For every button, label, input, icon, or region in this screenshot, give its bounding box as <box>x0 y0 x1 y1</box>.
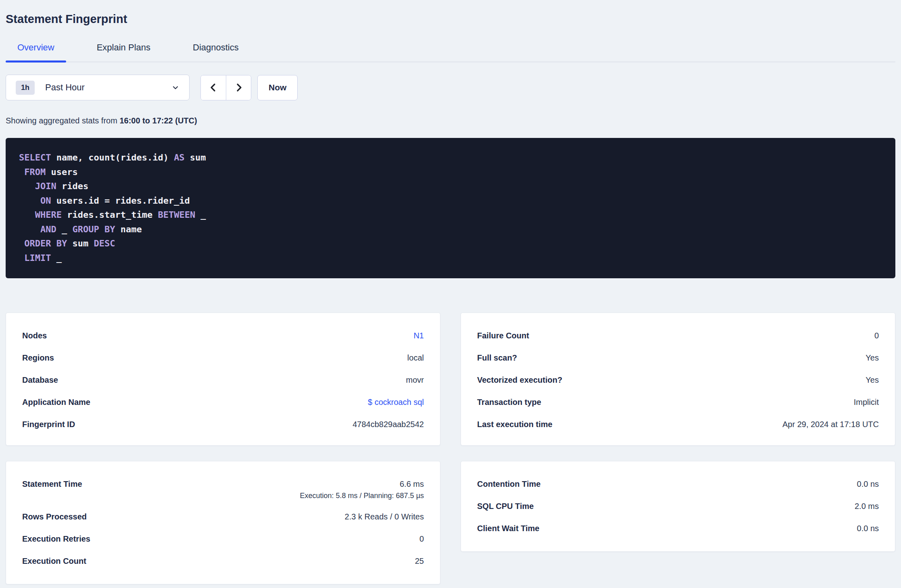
rows-processed-value: 2.3 k Reads / 0 Writes <box>345 512 424 521</box>
rows-processed-label: Rows Processed <box>22 512 87 521</box>
failure-count-label: Failure Count <box>477 331 529 340</box>
aggregated-stats-note-range: 16:00 to 17:22 (UTC) <box>119 116 197 125</box>
contention-time-value: 0.0 ns <box>857 480 879 488</box>
tab-bar: Overview Explain Plans Diagnostics <box>6 43 895 63</box>
sql-line: FROM users <box>19 165 882 179</box>
sql-line: SELECT name, count(rides.id) AS sum <box>19 150 882 165</box>
statement-time-breakdown: Execution: 5.8 ms / Planning: 687.5 µs <box>300 492 424 500</box>
wait-timing-card: Contention Time 0.0 ns SQL CPU Time 2.0 … <box>461 461 895 552</box>
statement-fingerprint-page: Statement Fingerprint Overview Explain P… <box>0 11 901 584</box>
aggregated-stats-note-prefix: Showing aggregated stats from <box>6 116 119 125</box>
full-scan-value: Yes <box>866 353 879 362</box>
timing-cards-row: Statement Time 6.6 ms Execution: 5.8 ms … <box>6 461 895 584</box>
tab-explain-plans[interactable]: Explain Plans <box>85 43 162 61</box>
sql-line: JOIN rides <box>19 179 882 194</box>
last-execution-time-value: Apr 29, 2024 at 17:18 UTC <box>782 420 879 429</box>
detail-row-contention-time: Contention Time 0.0 ns <box>477 480 879 488</box>
time-range-label: Past Hour <box>45 82 85 93</box>
failure-count-value: 0 <box>874 331 879 340</box>
detail-row-last-execution-time: Last execution time Apr 29, 2024 at 17:1… <box>477 420 879 429</box>
execution-retries-value: 0 <box>419 534 424 543</box>
time-interval-badge: 1h <box>16 81 35 95</box>
detail-row-statement-time: Statement Time 6.6 ms Execution: 5.8 ms … <box>22 480 424 500</box>
nodes-link[interactable]: N1 <box>413 331 424 340</box>
client-wait-time-value: 0.0 ns <box>857 524 879 533</box>
statement-time-value: 6.6 ms Execution: 5.8 ms / Planning: 687… <box>300 480 424 500</box>
detail-row-failure-count: Failure Count 0 <box>477 331 879 340</box>
aggregated-stats-note: Showing aggregated stats from 16:00 to 1… <box>6 116 895 125</box>
database-value: movr <box>406 375 424 384</box>
next-time-button[interactable] <box>226 75 251 100</box>
time-controls: 1h Past Hour Now <box>6 75 895 100</box>
detail-row-sql-cpu-time: SQL CPU Time 2.0 ms <box>477 502 879 511</box>
statement-time-label: Statement Time <box>22 480 82 488</box>
detail-row-rows-processed: Rows Processed 2.3 k Reads / 0 Writes <box>22 512 424 521</box>
detail-row-regions: Regions local <box>22 353 424 362</box>
contention-time-label: Contention Time <box>477 480 540 488</box>
database-label: Database <box>22 375 58 384</box>
fingerprint-id-value: 4784cb829aab2542 <box>352 420 424 429</box>
detail-row-execution-count: Execution Count 25 <box>22 557 424 565</box>
client-wait-time-label: Client Wait Time <box>477 524 539 533</box>
now-button[interactable]: Now <box>257 75 298 100</box>
tab-explain-plans-label: Explain Plans <box>97 42 150 52</box>
sql-line: LIMIT _ <box>19 251 882 265</box>
sql-cpu-time-value: 2.0 ms <box>855 502 879 511</box>
vectorized-execution-value: Yes <box>866 375 879 384</box>
transaction-type-label: Transaction type <box>477 398 541 407</box>
prev-time-button[interactable] <box>201 75 226 100</box>
regions-value: local <box>407 353 424 362</box>
chevron-down-icon <box>171 83 180 92</box>
tab-diagnostics-label: Diagnostics <box>193 42 239 52</box>
execution-retries-label: Execution Retries <box>22 534 90 543</box>
page-title: Statement Fingerprint <box>6 11 895 27</box>
vectorized-execution-label: Vectorized execution? <box>477 375 562 384</box>
statement-details-card: Nodes N1 Regions local Database movr App… <box>6 313 440 446</box>
sql-line: AND _ GROUP BY name <box>19 222 882 237</box>
sql-cpu-time-label: SQL CPU Time <box>477 502 534 511</box>
detail-row-client-wait-time: Client Wait Time 0.0 ns <box>477 524 879 533</box>
full-scan-label: Full scan? <box>477 353 517 362</box>
detail-row-application-name: Application Name $ cockroach sql <box>22 398 424 407</box>
detail-row-transaction-type: Transaction type Implicit <box>477 398 879 407</box>
sql-line: ON users.id = rides.rider_id <box>19 194 882 208</box>
statement-timing-card: Statement Time 6.6 ms Execution: 5.8 ms … <box>6 461 440 584</box>
application-name-link[interactable]: $ cockroach sql <box>368 398 424 407</box>
overview-cards-row: Nodes N1 Regions local Database movr App… <box>6 313 895 446</box>
statement-time-total: 6.6 ms <box>400 480 424 488</box>
chevron-left-icon <box>209 82 218 93</box>
detail-row-full-scan: Full scan? Yes <box>477 353 879 362</box>
sql-line: ORDER BY sum DESC <box>19 236 882 251</box>
application-name-label: Application Name <box>22 398 90 407</box>
tab-overview[interactable]: Overview <box>6 43 66 61</box>
tab-overview-label: Overview <box>17 42 54 52</box>
detail-row-database: Database movr <box>22 375 424 384</box>
execution-attributes-card: Failure Count 0 Full scan? Yes Vectorize… <box>461 313 895 446</box>
nodes-label: Nodes <box>22 331 47 340</box>
detail-row-vectorized-execution: Vectorized execution? Yes <box>477 375 879 384</box>
time-range-select[interactable]: 1h Past Hour <box>6 75 190 100</box>
detail-row-execution-retries: Execution Retries 0 <box>22 534 424 543</box>
detail-row-fingerprint-id: Fingerprint ID 4784cb829aab2542 <box>22 420 424 429</box>
regions-label: Regions <box>22 353 54 362</box>
detail-row-nodes: Nodes N1 <box>22 331 424 340</box>
last-execution-time-label: Last execution time <box>477 420 553 429</box>
time-step-button-group <box>200 75 251 100</box>
sql-line: WHERE rides.start_time BETWEEN _ <box>19 208 882 222</box>
chevron-right-icon <box>234 82 244 93</box>
tab-diagnostics[interactable]: Diagnostics <box>181 43 250 61</box>
execution-count-label: Execution Count <box>22 557 86 565</box>
execution-count-value: 25 <box>415 557 424 565</box>
sql-statement-box: SELECT name, count(rides.id) AS sum FROM… <box>6 138 895 278</box>
transaction-type-value: Implicit <box>854 398 879 407</box>
fingerprint-id-label: Fingerprint ID <box>22 420 75 429</box>
